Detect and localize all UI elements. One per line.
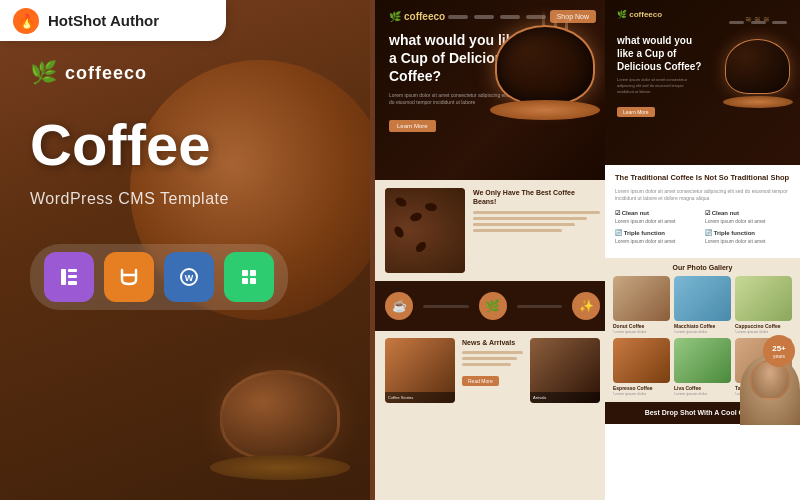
cup-saucer (490, 100, 600, 120)
brand-leaf-icon: 🌿 (30, 60, 57, 86)
svg-rect-9 (242, 270, 248, 276)
gallery-item-3: Cappuccino Coffee Lorem ipsum dolor (735, 276, 792, 334)
feature-4-title: 🔄 Triple function (705, 229, 790, 236)
dark-divider: ☕ 🌿 ✨ (375, 281, 610, 331)
svg-rect-10 (250, 270, 256, 276)
feature-1: ☑ Clean nut Lorem ipsum dolor sit amet (615, 209, 700, 224)
cup-decoration (470, 10, 600, 170)
bean-2 (409, 211, 423, 223)
rb-hero-title: what would you like a Cup of Delicious C… (617, 34, 707, 73)
feature-3-desc: Lorem ipsum dolor sit amet (615, 238, 700, 244)
svg-rect-12 (250, 278, 256, 284)
svg-rect-4 (68, 275, 77, 278)
svg-text:W: W (185, 273, 194, 283)
svg-text:🔥: 🔥 (18, 13, 36, 30)
brand-name: coffeeco (65, 63, 147, 84)
rb-saucer (723, 96, 793, 108)
text-line-2 (473, 217, 587, 220)
gallery-item-5: Liva Coffee Lorem ipsum dolor (674, 338, 731, 396)
feature-1-desc: Lorem ipsum dolor sit amet (615, 218, 700, 224)
gallery-desc-3: Lorem ipsum dolor (735, 329, 792, 334)
years-badge: 25+ years (763, 335, 795, 367)
beans-background (385, 188, 465, 273)
saucer-visual (210, 455, 350, 480)
site-brand-text: coffeeco (404, 11, 445, 22)
bean-5 (414, 240, 428, 254)
feature-2-title: ☑ Clean nut (705, 209, 790, 216)
mid-card-text: We Only Have The Best Coffee Beans! (473, 188, 600, 273)
gallery-desc-1: Lorem ipsum dolor (613, 329, 670, 334)
elementor-icon[interactable] (44, 252, 94, 302)
cup-shape (495, 25, 595, 105)
gallery-img-4 (613, 338, 670, 383)
gallery-desc-5: Lorem ipsum dolor (674, 391, 731, 396)
text-line-1 (473, 211, 600, 214)
header-bar: 🔥 HotShot Author (0, 0, 226, 41)
feature-1-title: ☑ Clean nut (615, 209, 700, 216)
gallery-desc-4: Lorem ipsum dolor (613, 391, 670, 396)
gallery-img-2 (674, 276, 731, 321)
header-title: HotShot Author (48, 12, 159, 29)
news-image-1: Coffee Stories (385, 338, 455, 403)
text-line-4 (473, 229, 562, 232)
rb-leaf: 🌿 (617, 10, 627, 19)
badge-number: 25+ (772, 344, 786, 353)
news-line-1 (462, 351, 523, 354)
rb-features-grid: ☑ Clean nut Lorem ipsum dolor sit amet ☑… (615, 209, 790, 244)
gallery-item-1: Donut Coffee Lorem ipsum dolor (613, 276, 670, 334)
quix-icon[interactable] (224, 252, 274, 302)
rb-cta-btn[interactable]: Learn More (617, 107, 655, 117)
news-title: News & Arrivals (462, 338, 523, 347)
uf-icon[interactable] (104, 252, 154, 302)
feature-icon-3: ✨ (572, 292, 600, 320)
cup-visual (220, 370, 340, 460)
rb-cup-body (725, 39, 790, 94)
feature-3-title: 🔄 Triple function (615, 229, 700, 236)
rb-cup: ≋ ≋ ≋ (720, 15, 795, 115)
hero-cta-button[interactable]: Learn More (389, 120, 436, 132)
text-line-3 (473, 223, 575, 226)
feature-3: 🔄 Triple function Lorem ipsum dolor sit … (615, 229, 700, 244)
mid-card-title: We Only Have The Best Coffee Beans! (473, 188, 600, 206)
feature-icon-2: 🌿 (479, 292, 507, 320)
person-image (740, 355, 800, 425)
left-panel: 🌿 coffeeco Coffee WordPress CMS Template (0, 0, 370, 500)
feature-2-desc: Lorem ipsum dolor sit amet (705, 218, 790, 224)
main-title: Coffee (30, 116, 288, 174)
feature-icon-1: ☕ (385, 292, 413, 320)
news-img-caption-2: Arrivals (530, 392, 600, 403)
subtitle: WordPress CMS Template (30, 190, 288, 208)
gallery-img-1 (613, 276, 670, 321)
coffee-cup-bg (170, 340, 370, 500)
rb-traditional-section: The Traditional Coffee Is Not So Traditi… (605, 165, 800, 258)
gallery-item-4: Espresso Coffee Lorem ipsum dolor (613, 338, 670, 396)
news-img-caption: Coffee Stories (385, 392, 455, 403)
rb-logo: 🌿 coffeeco (617, 10, 662, 28)
gallery-desc-2: Lorem ipsum dolor (674, 329, 731, 334)
badge-sub: years (773, 353, 785, 359)
svg-rect-11 (242, 278, 248, 284)
coffee-beans-card (385, 188, 465, 273)
rb-hero-sub: Lorem ipsum dolor sit amet consectetur a… (617, 77, 697, 95)
news-text: News & Arrivals Read More (462, 338, 523, 403)
wordpress-icon[interactable]: W (164, 252, 214, 302)
left-content: 🌿 coffeeco Coffee WordPress CMS Template (30, 60, 288, 310)
svg-rect-3 (68, 269, 77, 272)
news-read-more-btn[interactable]: Read More (462, 376, 499, 386)
site-preview-mid: 🌿 coffeeco Shop Now what would you like … (375, 0, 610, 500)
rb-steam: ≋ ≋ ≋ (720, 15, 795, 24)
hotshot-logo: 🔥 (12, 7, 40, 35)
gallery-img-3 (735, 276, 792, 321)
news-line-2 (462, 357, 517, 360)
site-leaf-icon: 🌿 (389, 11, 401, 22)
gallery-item-2: Macchiato Coffee Lorem ipsum dolor (674, 276, 731, 334)
bean-3 (393, 225, 406, 239)
bean-4 (424, 202, 437, 212)
nav-link-1 (448, 15, 468, 19)
rb-trad-title: The Traditional Coffee Is Not So Traditi… (615, 173, 790, 183)
gallery-title: Our Photo Gallery (613, 264, 792, 271)
site-mid-section: We Only Have The Best Coffee Beans! (375, 180, 610, 281)
rb-brand: coffeeco (629, 10, 662, 19)
feature-4-desc: Lorem ipsum dolor sit amet (705, 238, 790, 244)
feature-4: 🔄 Triple function Lorem ipsum dolor sit … (705, 229, 790, 244)
